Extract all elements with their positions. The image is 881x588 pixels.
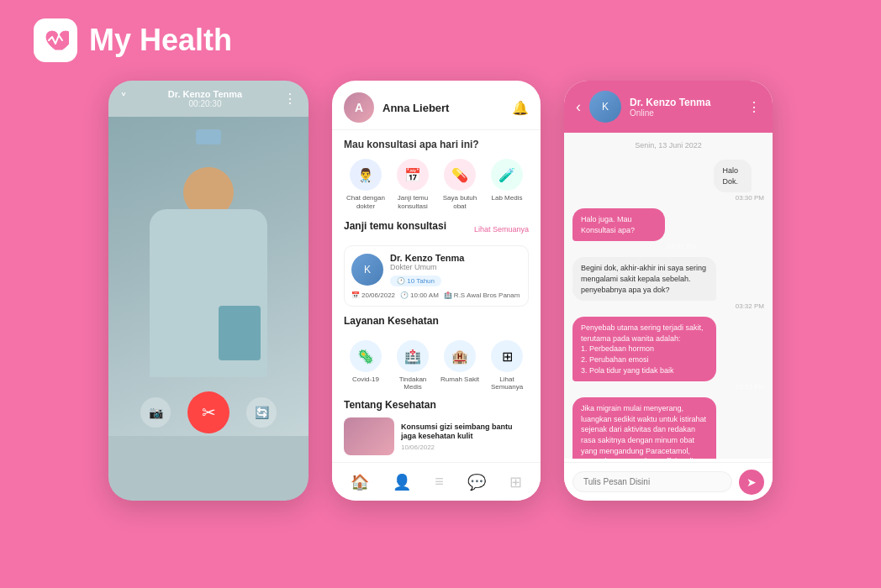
medicine-icon: 💊	[444, 159, 476, 191]
service-medicine[interactable]: 💊 Saya butuh obat	[438, 159, 482, 210]
message-row: Jika migrain mulai menyerang, luangkan s…	[572, 397, 764, 459]
refresh-button[interactable]: 🔄	[246, 397, 277, 428]
doc-card-top: K Dr. Kenzo Tenma Dokter Umum 🕐 10 Tahun	[351, 253, 521, 286]
chat-header: ‹ K Dr. Kenzo Tenma Online ⋮	[564, 81, 773, 133]
appointment-icon: 📅	[397, 159, 429, 191]
appointment-label: Janji temu konsultasi	[391, 194, 435, 210]
medicine-label: Saya butuh obat	[438, 194, 482, 210]
user-info: A Anna Liebert	[344, 92, 449, 123]
user-avatar: A	[344, 92, 374, 123]
service-chat[interactable]: 👨‍⚕️ Chat dengan dokter	[344, 159, 388, 210]
message-row: Halo juga. Mau Konsultasi apa? 03:31 PM	[572, 208, 764, 250]
service-appointment[interactable]: 📅 Janji temu konsultasi	[391, 159, 435, 210]
call-timer: 00:20:30	[168, 99, 242, 108]
hs-rumah-sakit[interactable]: 🏨 Rumah Sakit	[438, 340, 482, 391]
camera-off-button[interactable]: 📷	[140, 397, 171, 428]
msg-time: 03:30 PM	[714, 194, 764, 202]
nav-chat-icon[interactable]: 💬	[467, 473, 486, 491]
chat-label: Chat dengan dokter	[344, 194, 388, 210]
message-bubble: Begini dok, akhir-akhir ini saya sering …	[572, 257, 764, 310]
chat-messages: Senin, 13 Juni 2022 Halo Dok. 03:30 PM H…	[564, 133, 773, 459]
send-button[interactable]: ➤	[739, 470, 764, 495]
call-doctor-name: Dr. Kenzo Tenma	[168, 89, 242, 99]
chat-doc-status: Online	[630, 108, 739, 118]
sent-bubble: Halo Dok.	[714, 160, 752, 192]
clipboard	[219, 306, 261, 360]
doc-card-specialty: Dokter Umum	[390, 263, 464, 271]
bottom-nav: 🏠 👤 ≡ 💬 ⊞	[332, 462, 541, 501]
video-area	[108, 117, 309, 436]
lab-icon: 🧪	[491, 159, 523, 191]
hs-tindakan[interactable]: 🏥 Tindakan Medis	[391, 340, 435, 391]
appointment-section-title: Janji temu konsultasi	[344, 220, 446, 232]
nav-home-icon[interactable]: 🏠	[351, 473, 369, 491]
all-services-label: Lihat Semuanya	[485, 375, 529, 391]
msg-time: 03:33 PM	[572, 383, 764, 391]
end-call-button[interactable]: ✂	[187, 391, 229, 433]
article-text: Konsumsi gizi seimbang bantu jaga keseha…	[401, 423, 529, 451]
health-services-title: Layanan Kesehatan	[344, 315, 439, 327]
chevron-down-icon[interactable]: ˅	[120, 91, 127, 107]
see-all-appointments[interactable]: Lihat Semuanya	[474, 225, 529, 234]
message-bubble: Halo juga. Mau Konsultasi apa? 03:31 PM	[572, 208, 696, 250]
msg-time: 03:31 PM	[572, 243, 696, 250]
lab-label: Lab Medis	[492, 194, 523, 202]
about-health-title: Tentang Kesehatan	[344, 399, 529, 411]
message-bubble: Penyebab utama sering terjadi sakit, ter…	[572, 317, 764, 391]
covid-icon: 🦠	[350, 340, 382, 372]
doc-hospital: 🏥 R.S Awal Bros Panam	[444, 291, 520, 299]
phone-chat: ‹ K Dr. Kenzo Tenma Online ⋮ Senin, 13 J…	[564, 81, 773, 501]
received-bubble: Jika migrain mulai menyerang, luangkan s…	[572, 397, 716, 459]
chat-doc-info: Dr. Kenzo Tenma Online	[630, 97, 739, 118]
article-thumbnail	[344, 417, 394, 455]
hs-covid[interactable]: 🦠 Covid-19	[344, 340, 388, 391]
received-bubble: Halo juga. Mau Konsultasi apa?	[572, 208, 665, 241]
message-row: Halo Dok. 03:30 PM	[572, 160, 764, 202]
article-title: Konsumsi gizi seimbang bantu jaga keseha…	[401, 423, 529, 442]
article-date: 10/06/2022	[401, 444, 529, 451]
hs-all[interactable]: ⊞ Lihat Semuanya	[485, 340, 529, 391]
phone-video-call: ˅ Dr. Kenzo Tenma 00:20:30 ⋮ 📷 ✂ 🔄	[108, 81, 309, 501]
doctor-appointment-card[interactable]: K Dr. Kenzo Tenma Dokter Umum 🕐 10 Tahun…	[344, 245, 529, 307]
consult-question: Mau konsultasi apa hari ini?	[344, 139, 529, 150]
app-logo	[34, 18, 77, 62]
rumah-sakit-icon: 🏨	[444, 340, 476, 372]
back-button[interactable]: ‹	[576, 98, 581, 116]
home-header: A Anna Liebert 🔔	[332, 81, 541, 130]
chat-input-field[interactable]	[572, 471, 732, 492]
user-name: Anna Liebert	[382, 102, 449, 114]
call-info: Dr. Kenzo Tenma 00:20:30	[168, 89, 242, 108]
message-row: Penyebab utama sering terjadi sakit, ter…	[572, 317, 764, 391]
tindakan-icon: 🏥	[397, 340, 429, 372]
chat-doc-name: Dr. Kenzo Tenma	[630, 97, 739, 108]
message-row: Begini dok, akhir-akhir ini saya sering …	[572, 257, 764, 310]
doc-card-info: Dr. Kenzo Tenma Dokter Umum 🕐 10 Tahun	[390, 253, 464, 286]
doc-time: 🕐 10:00 AM	[400, 291, 439, 299]
doc-card-name: Dr. Kenzo Tenma	[390, 253, 464, 263]
article-card[interactable]: Konsumsi gizi seimbang bantu jaga keseha…	[344, 417, 529, 455]
chat-more-icon[interactable]: ⋮	[747, 99, 761, 115]
nav-profile-icon[interactable]: 👤	[393, 473, 411, 491]
app-header: My Health	[0, 0, 881, 81]
msg-time: 03:32 PM	[572, 302, 764, 310]
received-bubble: Penyebab utama sering terjadi sakit, ter…	[572, 317, 716, 381]
video-call-header: ˅ Dr. Kenzo Tenma 00:20:30 ⋮	[108, 81, 309, 117]
doctor-mask	[196, 129, 221, 144]
health-services-grid: 🦠 Covid-19 🏥 Tindakan Medis 🏨 Rumah Saki…	[344, 340, 529, 391]
health-services-row: Layanan Kesehatan	[344, 315, 529, 333]
nav-menu-icon[interactable]: ≡	[435, 473, 444, 491]
notification-bell-icon[interactable]: 🔔	[512, 100, 529, 116]
more-options-icon[interactable]: ⋮	[283, 91, 297, 107]
appointment-section-row: Janji temu konsultasi Lihat Semuanya	[344, 220, 529, 239]
chat-date: Senin, 13 Juni 2022	[572, 141, 764, 150]
all-services-icon: ⊞	[491, 340, 523, 372]
doc-card-avatar: K	[351, 254, 383, 286]
phones-container: ˅ Dr. Kenzo Tenma 00:20:30 ⋮ 📷 ✂ 🔄	[0, 81, 881, 501]
message-bubble: Halo Dok. 03:30 PM	[714, 160, 764, 202]
service-lab[interactable]: 🧪 Lab Medis	[485, 159, 529, 210]
call-controls: 📷 ✂ 🔄	[108, 391, 309, 433]
doc-card-meta: 📅 20/06/2022 🕐 10:00 AM 🏥 R.S Awal Bros …	[351, 291, 521, 299]
nav-grid-icon[interactable]: ⊞	[509, 473, 522, 491]
message-bubble: Jika migrain mulai menyerang, luangkan s…	[572, 397, 764, 459]
home-content: Mau konsultasi apa hari ini? 👨‍⚕️ Chat d…	[332, 130, 541, 483]
